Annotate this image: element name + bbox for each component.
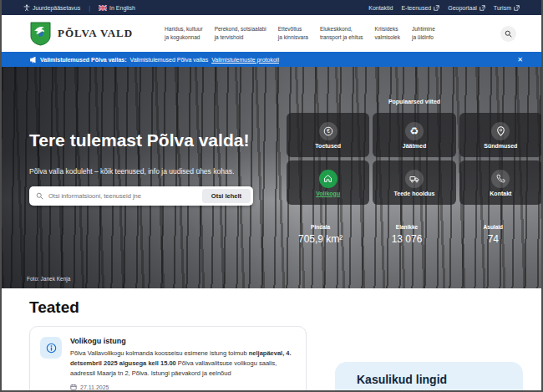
external-link-icon	[434, 5, 439, 11]
hero: Tere tulemast Põlva valda! Põlva valla k…	[2, 67, 541, 288]
quick-link-volikogu[interactable]: Volikogu	[287, 160, 369, 205]
divider: |	[89, 5, 90, 11]
nav-ettevotlus[interactable]: Ettevõtlusja kinnisvara	[278, 25, 308, 42]
nav-kriisideks[interactable]: Kriisideksvalmisolek	[375, 25, 400, 42]
main-nav: Haridus, kultuurja kogukonnad Perekond, …	[165, 25, 435, 42]
quick-links-grid: € Toetused ♻ Jäätmed Sündmused	[287, 113, 541, 205]
nav-perekond[interactable]: Perekond, sotsiaalabija tervishoid	[215, 25, 266, 42]
stat-pindala: Pindala 705,9 km²	[277, 224, 363, 245]
info-icon	[40, 337, 62, 359]
photo-credit: Foto: Janek Kenja	[27, 276, 70, 282]
svg-text:€: €	[327, 128, 330, 134]
tile-label: Sündmused	[484, 143, 517, 149]
notice-text-prefix: Põlva Vallavolikogu kolmanda koosseisu e…	[70, 349, 249, 357]
stats-row: Pindala 705,9 km² Elanikke 13 076 Asulai…	[277, 224, 536, 245]
nav-line: Perekond, sotsiaalabi	[215, 26, 266, 32]
top-bar-left: Juurdepääsetavus | In English	[23, 4, 135, 11]
link-label: Turism	[494, 5, 511, 11]
tile-label: Jäätmed	[403, 143, 426, 149]
brand-wordmark: PÕLVA VALD	[58, 27, 133, 40]
link-label: Geoportaal	[448, 5, 477, 11]
external-link-icon	[514, 5, 520, 11]
tile-label: Teede hooldus	[394, 191, 435, 196]
accessibility-icon	[23, 4, 30, 11]
link-label: Kontaktid	[368, 5, 393, 11]
page: Juurdepääsetavus | In English Kontaktid …	[0, 0, 543, 392]
stat-value: 74	[450, 233, 536, 245]
brand[interactable]: PÕLVA VALD	[30, 22, 133, 46]
nav-line: ja üldinfo	[412, 34, 434, 40]
search-submit-button[interactable]: Otsi lehelt	[202, 189, 251, 203]
nav-elukeskkond[interactable]: Elukeskkond,transport ja ehitus	[320, 25, 363, 42]
notice-card[interactable]: Volikogu istung Põlva Vallavolikogu kolm…	[29, 326, 307, 392]
uk-flag-icon	[99, 5, 107, 11]
popular-links-title: Populaarsed viited	[287, 99, 541, 104]
tile-label: Kontakt	[490, 191, 511, 196]
stat-value: 13 076	[363, 233, 449, 245]
nav-juhtimine[interactable]: Juhtimineja üldinfo	[412, 25, 435, 42]
calendar-icon	[70, 384, 77, 390]
accessibility-label: Juurdepääsetavus	[33, 5, 80, 11]
topbar-link-kontaktid[interactable]: Kontaktid	[368, 5, 393, 11]
top-bar: Juurdepääsetavus | In English Kontaktid …	[2, 0, 541, 15]
notices-section: Teated Volikogu istung Põlva Vallavoliko…	[2, 288, 541, 392]
stat-elanikke: Elanikke 13 076	[363, 224, 449, 245]
section-title-teated: Teated	[29, 298, 79, 317]
alert-text: Valimistulemused Põlva vallas	[130, 57, 209, 63]
stat-value: 705,9 km²	[277, 233, 363, 245]
search-input[interactable]	[43, 192, 202, 200]
stat-label: Pindala	[277, 224, 363, 230]
home-icon	[319, 170, 337, 188]
topbar-link-geoportaal[interactable]: Geoportaal	[448, 5, 485, 11]
notice-date-row: 27.11.2025	[70, 384, 296, 390]
link-label: E-teenused	[401, 5, 431, 11]
truck-icon	[405, 170, 424, 188]
external-link-icon	[480, 5, 485, 11]
header-search-button[interactable]	[500, 26, 516, 42]
nav-line: ja kinnisvara	[278, 34, 308, 40]
quick-link-toetused[interactable]: € Toetused	[287, 113, 369, 157]
accessibility-link[interactable]: Juurdepääsetavus	[23, 4, 80, 11]
nav-line: ja tervishoid	[215, 34, 244, 40]
close-icon[interactable]: ✕	[517, 56, 523, 64]
nav-line: valmisolek	[375, 34, 400, 40]
notice-title: Volikogu istung	[70, 337, 296, 345]
search-icon	[36, 192, 43, 200]
coat-of-arms-icon	[30, 22, 51, 46]
quick-link-kontakt[interactable]: Kontakt	[459, 160, 541, 205]
topbar-link-turism[interactable]: Turism	[494, 5, 520, 11]
notice-text: Põlva Vallavolikogu kolmanda koosseisu e…	[70, 349, 296, 379]
nav-line: Juhtimine	[412, 26, 435, 32]
quick-link-jaatmed[interactable]: ♻ Jäätmed	[373, 113, 455, 157]
main-header: PÕLVA VALD Haridus, kultuurja kogukonnad…	[2, 15, 541, 52]
nav-haridus[interactable]: Haridus, kultuurja kogukonnad	[165, 25, 203, 42]
stat-label: Asulaid	[450, 224, 536, 230]
phone-icon	[491, 170, 510, 188]
nav-line: transport ja ehitus	[320, 34, 363, 40]
nav-line: Haridus, kultuur	[165, 26, 203, 32]
recycle-icon: ♻	[405, 122, 424, 140]
useful-links-panel: Kasulikud lingid	[335, 362, 523, 392]
notice-card-body: Volikogu istung Põlva Vallavolikogu kolm…	[70, 337, 296, 392]
topbar-link-eteenused[interactable]: E-teenused	[401, 5, 439, 11]
location-pin-icon	[491, 122, 510, 140]
nav-line: ja kogukonnad	[165, 34, 200, 40]
alert-title: Valimistulemused Põlva vallas:	[40, 57, 127, 63]
tile-label: Toetused	[315, 143, 341, 149]
nav-line: Elukeskkond,	[320, 26, 353, 32]
stat-asulaid: Asulaid 74	[450, 224, 536, 245]
top-bar-right: Kontaktid E-teenused Geoportaal Turism	[368, 5, 520, 11]
recycle-glyph: ♻	[410, 126, 419, 136]
search-icon	[505, 30, 512, 38]
language-label: In English	[109, 5, 135, 11]
stat-label: Elanikke	[363, 224, 449, 230]
nav-line: Kriisideks	[375, 26, 398, 32]
quick-link-teede-hooldus[interactable]: Teede hooldus	[373, 160, 455, 205]
hero-search: Otsi lehelt	[29, 186, 253, 206]
tile-label: Volikogu	[316, 191, 340, 196]
alert-protocol-link[interactable]: Valimistulemuste protokoll	[211, 57, 279, 63]
language-link[interactable]: In English	[99, 5, 135, 11]
notice-date: 27.11.2025	[80, 384, 109, 390]
alert-bar: Valimistulemused Põlva vallas: Valimistu…	[2, 52, 541, 67]
quick-link-sundmused[interactable]: Sündmused	[459, 113, 541, 157]
